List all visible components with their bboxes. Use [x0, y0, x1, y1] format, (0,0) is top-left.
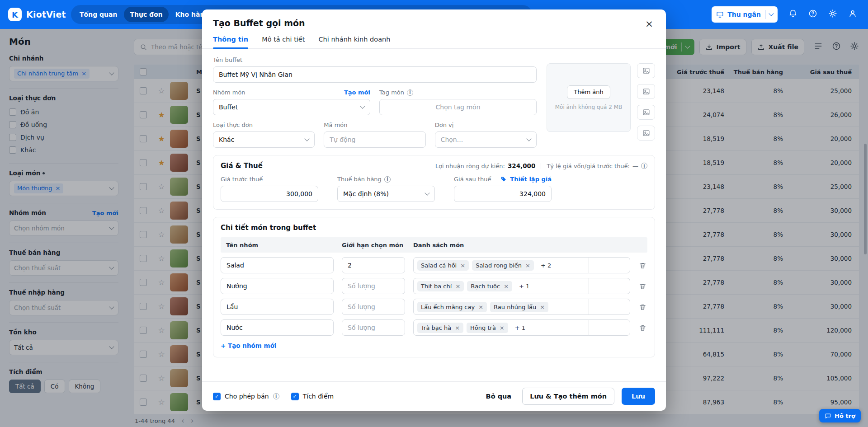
- modal-tab[interactable]: Mô tả chi tiết: [262, 36, 305, 48]
- help-button[interactable]: [808, 9, 817, 20]
- remove-dish-icon[interactable]: [455, 283, 460, 290]
- tag-label: Tag món: [379, 89, 404, 96]
- modal-tab[interactable]: Thông tin: [213, 36, 248, 48]
- nav-item[interactable]: Tổng quan: [74, 7, 123, 22]
- save-button[interactable]: Lưu: [622, 388, 655, 405]
- info-icon: [384, 176, 391, 183]
- remove-dish-icon[interactable]: [500, 324, 505, 331]
- code-label: Mã món: [324, 122, 347, 128]
- delete-group-button[interactable]: [637, 282, 647, 290]
- bell-icon: [788, 9, 797, 18]
- dish-chips-box[interactable]: Salad cá hồi Salad rong biển: [413, 257, 589, 273]
- brand[interactable]: K KiotViet: [8, 8, 66, 21]
- remove-dish-icon[interactable]: [504, 283, 509, 290]
- divider: [541, 163, 541, 169]
- loyalty-checkbox[interactable]: Tích điểm: [291, 393, 334, 400]
- chevron-down-icon: [769, 11, 774, 16]
- nav-item[interactable]: Thực đơn: [124, 7, 168, 22]
- group-name-input[interactable]: [221, 278, 334, 294]
- remove-dish-icon[interactable]: [525, 262, 530, 269]
- post-tax-input[interactable]: [454, 186, 552, 202]
- loyalty-label: Tích điểm: [303, 393, 334, 400]
- delete-group-button[interactable]: [637, 303, 647, 311]
- delete-group-button[interactable]: [637, 262, 647, 269]
- remove-dish-icon[interactable]: [460, 262, 465, 269]
- dish-chip: Lẩu ếch măng cay: [417, 302, 487, 312]
- detail-table-body: Salad cá hồi Salad rong biển: [221, 257, 647, 336]
- dish-list-group: Thịt ba chỉ Bạch tuộc: [413, 278, 630, 294]
- choose-dish-button[interactable]: [589, 299, 630, 315]
- dish-chip: Rau nhúng lẩu: [490, 302, 548, 312]
- trash-icon: [639, 262, 646, 269]
- tag-input[interactable]: [379, 99, 537, 115]
- price-setup-link[interactable]: Thiết lập giá: [500, 176, 552, 183]
- skip-button[interactable]: Bỏ qua: [482, 393, 515, 400]
- image-icon: [642, 129, 650, 137]
- limit-input[interactable]: [342, 319, 405, 336]
- dish-chip-label: Bạch tuộc: [471, 283, 500, 290]
- info-icon: [407, 89, 413, 96]
- checkbox-checked[interactable]: [291, 393, 299, 400]
- remove-dish-icon[interactable]: [540, 304, 545, 310]
- profit-value: 324,000: [508, 162, 536, 169]
- allow-sale-checkbox[interactable]: Cho phép bán: [213, 393, 279, 400]
- trash-icon: [639, 324, 646, 332]
- detail-title: Chi tiết món trong buffet: [221, 224, 647, 232]
- allow-sale-label: Cho phép bán: [225, 393, 269, 400]
- modal-footer: Cho phép bán Tích điểm Bỏ qua Lưu & Tạo …: [202, 381, 666, 411]
- image-slot-button[interactable]: [637, 126, 655, 141]
- limit-input[interactable]: [342, 278, 405, 294]
- image-upload-area[interactable]: Thêm ảnh Mỗi ảnh không quá 2 MB: [547, 63, 631, 132]
- dish-chip: + 2: [537, 260, 555, 271]
- cashier-button[interactable]: Thu ngân: [712, 6, 778, 23]
- add-image-button[interactable]: Thêm ảnh: [567, 85, 610, 99]
- dish-chip-label: + 2: [541, 262, 551, 269]
- choose-dish-button[interactable]: [589, 257, 630, 273]
- buffet-group-row: Thịt ba chỉ Bạch tuộc: [221, 278, 647, 294]
- buffet-name-input[interactable]: [213, 66, 537, 83]
- dish-chips-box[interactable]: Lẩu ếch măng cay Rau nhúng lẩu: [413, 299, 589, 315]
- limit-input[interactable]: [342, 257, 405, 273]
- group-name-input[interactable]: [221, 319, 334, 336]
- group-name-input[interactable]: [221, 299, 334, 315]
- unit-label: Đơn vị: [435, 122, 454, 128]
- limit-input[interactable]: [342, 299, 405, 315]
- image-slot-button[interactable]: [637, 63, 655, 78]
- image-slot-button[interactable]: [637, 105, 655, 120]
- sale-tax-select[interactable]: Mặc định (8%): [337, 186, 435, 202]
- dish-chip-label: Salad cá hồi: [421, 262, 457, 269]
- unit-select[interactable]: Chọn...: [435, 131, 537, 148]
- choose-dish-button[interactable]: [589, 319, 630, 336]
- remove-dish-icon[interactable]: [478, 304, 483, 310]
- remove-dish-icon[interactable]: [455, 324, 460, 331]
- image-slot-button[interactable]: [637, 84, 655, 99]
- group-name-input[interactable]: [221, 257, 334, 273]
- info-icon: [273, 393, 279, 399]
- delete-group-button[interactable]: [637, 324, 647, 332]
- support-button[interactable]: Hỗ trợ: [819, 409, 861, 422]
- dishes-column-header: Danh sách món: [413, 242, 647, 249]
- price-setup-label: Thiết lập giá: [510, 176, 552, 183]
- choose-dish-button[interactable]: [589, 278, 630, 294]
- group-select[interactable]: Buffet: [213, 99, 370, 115]
- menu-type-select[interactable]: Khác: [213, 131, 315, 148]
- buffet-group-row: Trà bạc hà Hồng trà: [221, 319, 647, 336]
- code-input[interactable]: [324, 131, 425, 148]
- kiotviet-logo-icon: K: [8, 8, 22, 21]
- settings-button[interactable]: [828, 9, 837, 20]
- checkbox-checked[interactable]: [213, 393, 221, 400]
- create-group-link[interactable]: Tạo mới: [344, 89, 370, 96]
- account-button[interactable]: [848, 9, 857, 20]
- save-and-new-button[interactable]: Lưu & Tạo thêm món: [522, 388, 614, 405]
- trash-icon: [639, 282, 646, 290]
- gear-icon: [828, 9, 837, 18]
- pre-tax-input[interactable]: [221, 186, 318, 202]
- modal-tab[interactable]: Chi nhánh kinh doanh: [318, 36, 390, 48]
- cashier-label: Thu ngân: [727, 11, 761, 18]
- dish-chips-box[interactable]: Thịt ba chỉ Bạch tuộc: [413, 278, 589, 294]
- close-icon[interactable]: [643, 18, 655, 30]
- dish-chips-box[interactable]: Trà bạc hà Hồng trà: [413, 319, 589, 336]
- add-group-link[interactable]: + Tạo nhóm mới: [221, 342, 277, 349]
- tag-icon: [500, 176, 507, 183]
- notifications-button[interactable]: [788, 9, 797, 20]
